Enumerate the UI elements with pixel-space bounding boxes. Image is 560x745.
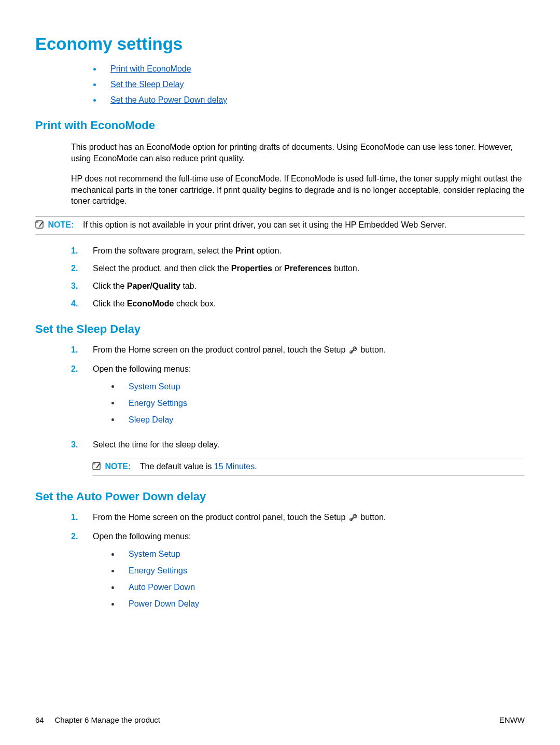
section-heading-economode: Print with EconoMode <box>35 119 525 132</box>
step-number: 2. <box>71 532 93 541</box>
note-label: NOTE: <box>48 220 74 229</box>
step-text: Select the product, and then click the P… <box>93 264 525 273</box>
paragraph: This product has an EconoMode option for… <box>71 142 525 164</box>
step-text: From the Home screen on the product cont… <box>93 345 525 356</box>
note-text <box>76 220 83 229</box>
step-item: 3. Select the time for the sleep delay. <box>71 440 525 449</box>
step-item: 1. From the software program, select the… <box>71 246 525 256</box>
step-number: 2. <box>71 364 93 374</box>
note-label: NOTE: <box>105 462 131 471</box>
note-text: The default value is <box>140 462 214 471</box>
note-callout: NOTE: If this option is not available in… <box>35 216 525 235</box>
step-number: 1. <box>71 246 93 256</box>
bullet-icon <box>111 385 114 388</box>
step-text: Select the time for the sleep delay. <box>93 440 525 449</box>
toc-item: Print with EconoMode <box>91 64 525 74</box>
step-item: 1. From the Home screen on the product c… <box>71 345 525 356</box>
steps-list: 1. From the Home screen on the product c… <box>35 345 525 449</box>
section1-body: This product has an EconoMode option for… <box>35 142 525 207</box>
menu-option: System Setup <box>109 550 525 559</box>
step-item: 1. From the Home screen on the product c… <box>71 513 525 524</box>
menu-option: Sleep Delay <box>109 415 525 425</box>
paragraph: HP does not recommend the full-time use … <box>71 173 525 207</box>
page-number: 64 <box>35 715 44 724</box>
step-number: 3. <box>71 282 93 291</box>
menu-option: System Setup <box>109 382 525 391</box>
toc-link-sleep-delay[interactable]: Set the Sleep Delay <box>110 80 184 89</box>
note-value: 15 Minutes <box>214 462 255 471</box>
step-number: 2. <box>71 264 93 273</box>
step-text: From the Home screen on the product cont… <box>93 513 525 524</box>
page-footer: 64 Chapter 6 Manage the product ENWW <box>35 715 525 724</box>
step-text: Click the Paper/Quality tab. <box>93 282 525 291</box>
step-number: 1. <box>71 345 93 355</box>
note-icon <box>35 220 45 232</box>
bullet-icon <box>111 553 114 556</box>
note-callout: NOTE: The default value is 15 Minutes. <box>92 458 525 476</box>
footer-right: ENWW <box>499 715 525 724</box>
bullet-icon <box>93 83 96 86</box>
note-text: If this option is not available in your … <box>83 220 446 229</box>
step-number: 1. <box>71 513 93 522</box>
section-heading-sleep-delay: Set the Sleep Delay <box>35 322 525 336</box>
bullet-icon <box>111 418 114 421</box>
menu-option: Auto Power Down <box>109 583 525 592</box>
note-icon <box>92 462 102 473</box>
menu-option: Power Down Delay <box>109 599 525 609</box>
step-item: 2. Open the following menus: System Setu… <box>71 364 525 432</box>
wrench-icon <box>349 513 357 524</box>
step-text: Open the following menus: System Setup E… <box>93 532 525 616</box>
page-title: Economy settings <box>35 34 525 54</box>
toc-item: Set the Auto Power Down delay <box>91 95 525 105</box>
note-text <box>133 462 140 471</box>
step-number: 4. <box>71 299 93 308</box>
menu-option: Energy Settings <box>109 566 525 575</box>
step-item: 2. Open the following menus: System Setu… <box>71 532 525 616</box>
toc-link-auto-power-down[interactable]: Set the Auto Power Down delay <box>110 95 227 105</box>
steps-list: 1. From the Home screen on the product c… <box>35 513 525 616</box>
steps-list: 1. From the software program, select the… <box>35 246 525 308</box>
step-text: Click the EconoMode check box. <box>93 299 525 308</box>
bullet-icon <box>93 68 96 71</box>
step-text: Open the following menus: System Setup E… <box>93 364 525 432</box>
step-item: 4. Click the EconoMode check box. <box>71 299 525 308</box>
toc-item: Set the Sleep Delay <box>91 80 525 89</box>
step-number: 3. <box>71 440 93 449</box>
toc-link-economode[interactable]: Print with EconoMode <box>110 64 191 74</box>
menu-option: Energy Settings <box>109 399 525 408</box>
bullet-icon <box>111 603 114 606</box>
step-text: From the software program, select the Pr… <box>93 246 525 256</box>
note-text: . <box>255 462 257 471</box>
section-heading-auto-power-down: Set the Auto Power Down delay <box>35 490 525 503</box>
step-item: 3. Click the Paper/Quality tab. <box>71 282 525 291</box>
bullet-icon <box>111 570 114 572</box>
wrench-icon <box>349 346 357 356</box>
bullet-icon <box>111 402 114 404</box>
chapter-label: Chapter 6 Manage the product <box>55 715 160 724</box>
bullet-icon <box>93 99 96 102</box>
bullet-icon <box>111 586 114 589</box>
step-item: 2. Select the product, and then click th… <box>71 264 525 273</box>
table-of-contents: Print with EconoMode Set the Sleep Delay… <box>35 64 525 105</box>
